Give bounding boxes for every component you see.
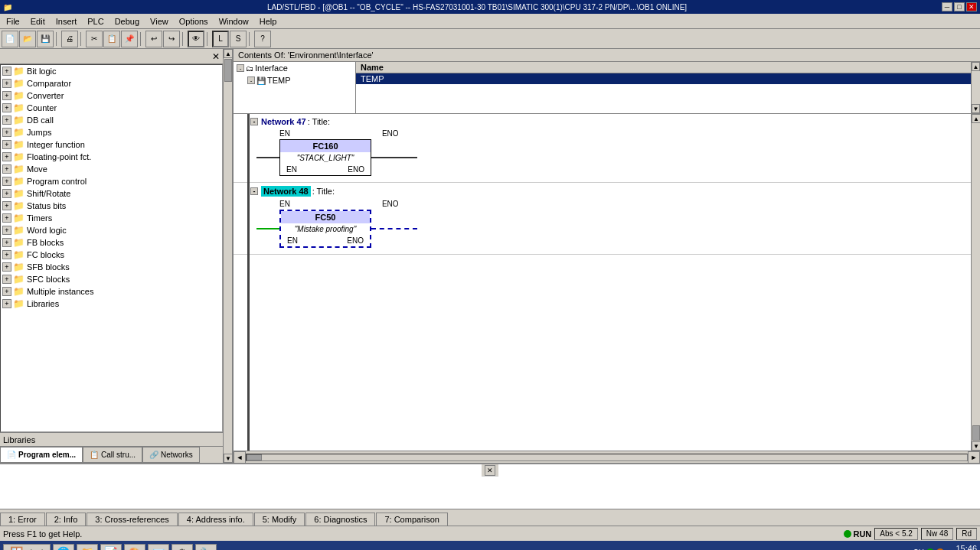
undo-button[interactable]: ↩ <box>145 31 162 47</box>
status-tab-error[interactable]: 1: Error <box>0 513 45 526</box>
status-tab-cross-references[interactable]: 3: Cross-references <box>87 513 178 526</box>
menu-item-window[interactable]: Window <box>214 15 253 28</box>
maximize-button[interactable]: □ <box>954 2 965 11</box>
status-tab-comparison[interactable]: 7: Comparison <box>376 513 448 526</box>
tree-label-move: Move <box>27 164 47 174</box>
ladder-scroll-track <box>972 123 980 425</box>
print-button[interactable]: 🖨 <box>61 31 78 47</box>
paint-button[interactable]: 🎨 <box>124 544 145 550</box>
close-panel-button[interactable]: ✕ <box>212 51 220 62</box>
tree-icon-timers: 📁 <box>13 213 24 223</box>
tree-item-multiple-instances[interactable]: +📁Multiple instances <box>1 285 222 298</box>
net48-en-label: EN <box>279 200 290 208</box>
ladder-scrollbar[interactable]: ▲ ▼ <box>971 114 980 451</box>
app7-button[interactable]: 🔧 <box>195 544 217 550</box>
tree-item-jumps[interactable]: +📁Jumps <box>1 126 222 138</box>
fc160-block[interactable]: FC160 "STACK_LIGHT" EN ENO <box>279 139 371 176</box>
tree-item-status-bits[interactable]: +📁Status bits <box>1 200 222 212</box>
plc-button[interactable]: ⚙ <box>172 544 193 550</box>
tree-item-floating-point-fct[interactable]: +📁Floating-point fct. <box>1 151 222 163</box>
tree-item-libraries[interactable]: +📁Libraries <box>1 298 222 310</box>
menu-item-help[interactable]: Help <box>255 15 282 28</box>
network-48-collapse[interactable]: - <box>250 187 258 195</box>
tree-item-integer-function[interactable]: +📁Integer function <box>1 138 222 151</box>
iface-scroll-up[interactable]: ▲ <box>972 62 980 71</box>
help-text: Press F1 to get Help. <box>3 529 841 539</box>
copy-button[interactable]: 📋 <box>103 31 120 47</box>
tree-scrollbar[interactable]: ▲ ▼ <box>223 49 232 463</box>
tree-item-fc-blocks[interactable]: +📁FC blocks <box>1 249 222 261</box>
output-close-icon[interactable]: ✕ <box>485 465 495 476</box>
fc50-block[interactable]: FC50 "Mistake proofing" EN ENO <box>279 210 371 248</box>
network-47-collapse[interactable]: - <box>250 118 258 125</box>
ie-button[interactable]: 🌐 <box>53 544 74 550</box>
tree-item-program-control[interactable]: +📁Program control <box>1 175 222 187</box>
libraries-bar: Libraries <box>0 432 223 446</box>
menu-item-debug[interactable]: Debug <box>110 15 144 28</box>
start-button[interactable]: 🪟 start <box>3 544 51 550</box>
menu-item-view[interactable]: View <box>145 15 173 28</box>
hscroll-track[interactable] <box>246 454 968 461</box>
tree-item-word-logic[interactable]: +📁Word logic <box>1 224 222 236</box>
tree-icon-floating-point-fct: 📁 <box>13 151 24 162</box>
iface-temp-label: TEMP <box>267 76 291 85</box>
ladder-area[interactable]: - Network 47 : Title: EN ENO FC160 <box>234 114 980 451</box>
scroll-up-button[interactable]: ▲ <box>224 49 233 58</box>
menu-item-plc[interactable]: PLC <box>83 15 108 28</box>
new-button[interactable]: 📄 <box>2 31 18 47</box>
folder-button[interactable]: 📁 <box>77 544 98 550</box>
tree-item-bit-logic[interactable]: +📁Bit logic <box>1 65 222 77</box>
menu-item-file[interactable]: File <box>2 15 24 28</box>
left-tab-call-stru[interactable]: 📋Call stru... <box>83 447 142 463</box>
redo-button[interactable]: ↪ <box>163 31 180 47</box>
tree-item-converter[interactable]: +📁Converter <box>1 89 222 102</box>
paste-button[interactable]: 📌 <box>121 31 138 47</box>
scroll-down-button[interactable]: ▼ <box>224 454 233 463</box>
hscroll-left[interactable]: ◄ <box>234 451 246 464</box>
tree-item-move[interactable]: +📁Move <box>1 163 222 175</box>
lad-view-button[interactable]: L <box>212 31 229 47</box>
menu-item-edit[interactable]: Edit <box>26 15 50 28</box>
tree-icon-word-logic: 📁 <box>13 225 24 236</box>
ladder-scroll-down[interactable]: ▼ <box>972 441 980 451</box>
network-48-label[interactable]: Network 48 <box>261 186 311 197</box>
taskbar-time: 15:46 2015/5/21 <box>946 544 977 550</box>
stl-view-button[interactable]: S <box>230 31 247 47</box>
network-47-label: Network 47 <box>261 117 306 126</box>
outlook-button[interactable]: 📧 <box>148 544 169 550</box>
tree-item-sfb-blocks[interactable]: +📁SFB blocks <box>1 261 222 273</box>
save-button[interactable]: 💾 <box>37 31 54 47</box>
nw-label: Nw 48 <box>926 529 948 538</box>
iface-tree-row-temp[interactable]: - 💾 TEMP <box>234 74 355 86</box>
tree-item-shift-rotate[interactable]: +📁Shift/Rotate <box>1 187 222 200</box>
tree-item-counter[interactable]: +📁Counter <box>1 102 222 114</box>
interface-tree: - 🗂 Interface - 💾 TEMP <box>234 62 356 113</box>
iface-scroll-down[interactable]: ▼ <box>972 104 980 113</box>
tree-item-sfc-blocks[interactable]: +📁SFC blocks <box>1 273 222 285</box>
cut-button[interactable]: ✂ <box>86 31 103 47</box>
left-tab-networks[interactable]: 🔗Networks <box>142 447 200 463</box>
tree-icon-counter: 📁 <box>13 103 24 113</box>
status-tab-address-info[interactable]: 4: Address info. <box>178 513 253 526</box>
open-button[interactable]: 📂 <box>19 31 36 47</box>
tree-item-db-call[interactable]: +📁DB call <box>1 114 222 126</box>
menu-item-options[interactable]: Options <box>175 15 213 28</box>
iface-table-row-temp[interactable]: TEMP <box>356 73 971 84</box>
menu-item-insert[interactable]: Insert <box>51 15 82 28</box>
status-tab-info[interactable]: 2: Info <box>46 513 87 526</box>
tree-area[interactable]: +📁Bit logic+📁Comparator+📁Converter+📁Coun… <box>0 64 223 432</box>
tree-item-fb-blocks[interactable]: +📁FB blocks <box>1 236 222 249</box>
left-tab-program-elem[interactable]: 📄Program elem... <box>0 447 83 463</box>
monitor-button[interactable]: 👁 <box>188 31 204 47</box>
minimize-button[interactable]: ─ <box>942 2 952 11</box>
iface-tree-row-interface[interactable]: - 🗂 Interface <box>234 62 355 74</box>
tree-item-timers[interactable]: +📁Timers <box>1 212 222 224</box>
close-button[interactable]: ✕ <box>966 2 977 11</box>
status-tab-modify[interactable]: 5: Modify <box>254 513 305 526</box>
hscroll-right[interactable]: ► <box>968 451 980 464</box>
status-tab-diagnostics[interactable]: 6: Diagnostics <box>305 513 375 526</box>
help-button[interactable]: ? <box>254 31 271 47</box>
tree-item-comparator[interactable]: +📁Comparator <box>1 77 222 89</box>
word-button[interactable]: 📝 <box>100 544 122 550</box>
ladder-scroll-up[interactable]: ▲ <box>972 114 980 123</box>
